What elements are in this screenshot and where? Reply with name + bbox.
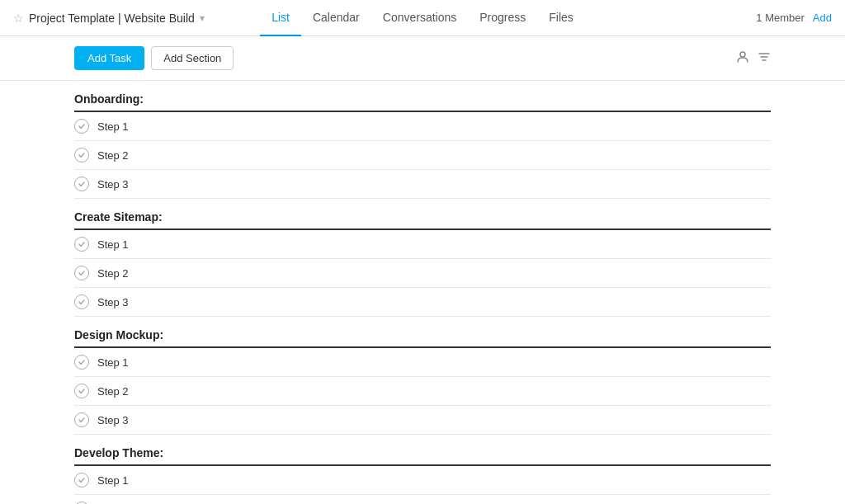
task-name: Step 3 — [97, 296, 129, 309]
toolbar-right — [736, 50, 771, 67]
section-1: Create Sitemap:Step 1Step 2Step 3 — [74, 199, 771, 317]
task-checkbox[interactable] — [74, 473, 89, 488]
task-row: Step 1 — [74, 348, 771, 377]
task-row: Step 1 — [74, 466, 771, 495]
tab-list[interactable]: List — [260, 0, 301, 36]
tab-calendar[interactable]: Calendar — [301, 0, 371, 36]
add-task-button[interactable]: Add Task — [74, 46, 144, 70]
section-header-2: Design Mockup: — [74, 317, 771, 348]
section-title-2: Design Mockup: — [74, 328, 163, 341]
task-name: Step 1 — [97, 474, 129, 487]
top-bar: ☆ Project Template | Website Build ▾ Lis… — [0, 0, 845, 36]
task-checkbox[interactable] — [74, 355, 89, 370]
task-checkbox[interactable] — [74, 119, 89, 134]
task-row: Step 1 — [74, 230, 771, 259]
svg-point-0 — [740, 52, 745, 57]
task-name: Step 1 — [97, 238, 129, 251]
task-row: Step 3 — [74, 406, 771, 435]
toolbar-left: Add Task Add Section — [74, 46, 234, 70]
task-row: Step 1 — [74, 112, 771, 141]
task-row: Step 3 — [74, 170, 771, 199]
section-header-1: Create Sitemap: — [74, 199, 771, 230]
task-name: Step 1 — [97, 120, 129, 133]
top-bar-left: ☆ Project Template | Website Build ▾ — [13, 12, 260, 25]
task-checkbox[interactable] — [74, 237, 89, 252]
tab-files[interactable]: Files — [537, 0, 585, 36]
task-checkbox[interactable] — [74, 266, 89, 280]
add-section-button[interactable]: Add Section — [151, 46, 234, 70]
task-name: Step 3 — [97, 414, 129, 426]
task-checkbox[interactable] — [74, 384, 89, 398]
tab-conversations[interactable]: Conversations — [371, 0, 469, 36]
task-row: Step 2 — [74, 141, 771, 170]
task-name: Step 1 — [97, 356, 129, 369]
filter-icon[interactable] — [758, 50, 771, 67]
task-name: Step 2 — [97, 385, 129, 398]
content-area: Add Task Add Section Onboarding:Step 1St… — [0, 36, 845, 504]
task-checkbox[interactable] — [74, 294, 89, 309]
toolbar: Add Task Add Section — [0, 36, 845, 81]
task-name: Step 2 — [97, 149, 129, 162]
chevron-down-icon[interactable]: ▾ — [200, 12, 205, 24]
section-header-3: Develop Theme: — [74, 435, 771, 466]
section-title-3: Develop Theme: — [74, 446, 163, 459]
task-list-container: Onboarding:Step 1Step 2Step 3Create Site… — [0, 81, 845, 504]
tab-progress[interactable]: Progress — [468, 0, 537, 36]
section-0: Onboarding:Step 1Step 2Step 3 — [74, 81, 771, 199]
task-row: Step 2 — [74, 259, 771, 288]
add-member-button[interactable]: Add — [813, 12, 832, 24]
task-checkbox[interactable] — [74, 177, 89, 191]
member-count: 1 Member — [756, 12, 805, 24]
section-title-1: Create Sitemap: — [74, 210, 163, 224]
task-name: Step 2 — [97, 267, 129, 280]
task-row: Step 2 — [74, 377, 771, 406]
section-2: Design Mockup:Step 1Step 2Step 3 — [74, 317, 771, 435]
task-row: Step 2 — [74, 495, 771, 504]
nav-tabs: List Calendar Conversations Progress Fil… — [260, 0, 585, 35]
task-row: Step 3 — [74, 288, 771, 317]
section-title-0: Onboarding: — [74, 92, 144, 106]
star-icon[interactable]: ☆ — [13, 12, 24, 25]
task-checkbox[interactable] — [74, 148, 89, 163]
task-name: Step 3 — [97, 178, 129, 191]
task-checkbox[interactable] — [74, 412, 89, 427]
project-title: Project Template | Website Build — [29, 12, 195, 25]
section-3: Develop Theme:Step 1Step 2Step 3 — [74, 435, 771, 504]
top-bar-right: 1 Member Add — [585, 12, 832, 24]
person-icon[interactable] — [736, 50, 749, 67]
section-header-0: Onboarding: — [74, 81, 771, 112]
